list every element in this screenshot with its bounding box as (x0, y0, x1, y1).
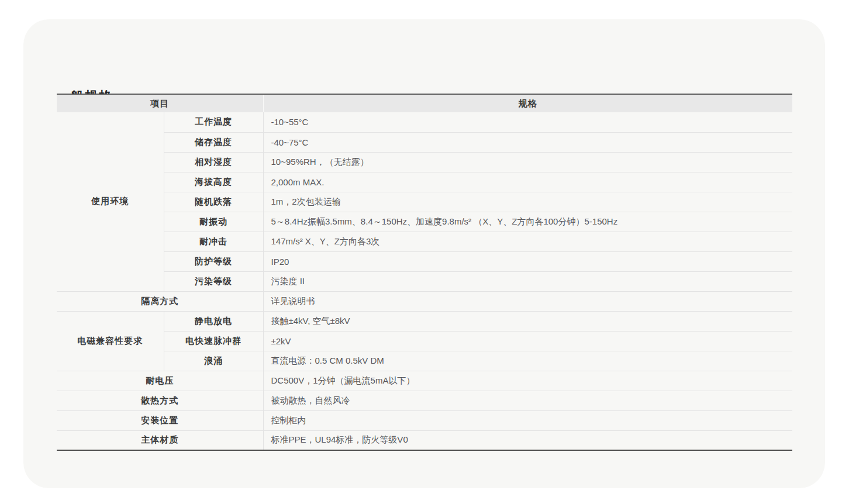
spec-value-cell: 5～8.4Hz振幅3.5mm、8.4～150Hz、加速度9.8m/s² （X、Y… (263, 212, 792, 232)
spec-value-cell: 污染度 II (263, 271, 792, 291)
spec-value-cell: 10~95%RH，（无结露） (263, 152, 792, 172)
spec-value-cell: 控制柜内 (263, 410, 792, 430)
spec-value-cell: 接触±4kV, 空气±8kV (263, 311, 792, 331)
item-label-cell: 电快速脉冲群 (164, 331, 263, 351)
spec-value-cell: 147m/s² X、Y、Z方向各3次 (263, 232, 792, 251)
item-label-cell: 隔离方式 (57, 291, 263, 311)
spec-value-cell: 被动散热，自然风冷 (263, 391, 792, 410)
spec-value-cell: -40~75°C (263, 132, 792, 152)
table-header: 项目 规格 (57, 94, 792, 112)
general-specs-table: 项目 规格 使用环境工作温度-10~55°C储存温度-40~75°C相对湿度10… (57, 94, 792, 451)
item-label-cell: 防护等级 (164, 251, 263, 271)
item-label-cell: 污染等级 (164, 271, 263, 291)
spec-value-cell: 2,000m MAX. (263, 172, 792, 192)
spec-value-cell: 1m，2次包装运输 (263, 192, 792, 212)
column-header-spec: 规格 (263, 94, 792, 112)
table-row: 浪涌直流电源：0.5 CM 0.5kV DM (57, 351, 792, 371)
table-row: 污染等级污染度 II (57, 271, 792, 291)
item-label-cell: 随机跌落 (164, 192, 263, 212)
column-header-item: 项目 (57, 94, 263, 112)
item-label-cell: 散热方式 (57, 391, 263, 410)
item-label-cell: 耐电压 (57, 371, 263, 391)
header-row: 项目 规格 (57, 94, 792, 112)
spec-value-cell: 详见说明书 (263, 291, 792, 311)
table-row: 防护等级IP20 (57, 251, 792, 271)
table-row: 海拔高度2,000m MAX. (57, 172, 792, 192)
item-label-cell: 相对湿度 (164, 152, 263, 172)
item-label-cell: 耐振动 (164, 212, 263, 232)
table-row: 安装位置控制柜内 (57, 410, 792, 430)
spec-value-cell: 直流电源：0.5 CM 0.5kV DM (263, 351, 792, 371)
item-label-cell: 主体材质 (57, 430, 263, 450)
spec-table-body: 使用环境工作温度-10~55°C储存温度-40~75°C相对湿度10~95%RH… (57, 112, 792, 450)
group-label-cell: 使用环境 (57, 112, 164, 291)
spec-value-cell: IP20 (263, 251, 792, 271)
table-row: 相对湿度10~95%RH，（无结露） (57, 152, 792, 172)
spec-value-cell: 标准PPE，UL94标准，防火等级V0 (263, 430, 792, 450)
table-row: 储存温度-40~75°C (57, 132, 792, 152)
table-row: 随机跌落1m，2次包装运输 (57, 192, 792, 212)
item-label-cell: 储存温度 (164, 132, 263, 152)
spec-card: 一般规格 项目 规格 使用环境工作温度-10~55°C储存温度-40~75°C相… (23, 19, 825, 488)
item-label-cell: 耐冲击 (164, 232, 263, 251)
spec-value-cell: DC500V，1分钟（漏电流5mA以下） (263, 371, 792, 391)
table-row: 电快速脉冲群±2kV (57, 331, 792, 351)
table-row: 耐冲击147m/s² X、Y、Z方向各3次 (57, 232, 792, 251)
group-label-cell: 电磁兼容性要求 (57, 311, 164, 371)
table-row: 主体材质标准PPE，UL94标准，防火等级V0 (57, 430, 792, 450)
spec-value-cell: ±2kV (263, 331, 792, 351)
item-label-cell: 浪涌 (164, 351, 263, 371)
table-row: 散热方式被动散热，自然风冷 (57, 391, 792, 410)
table-row: 使用环境工作温度-10~55°C (57, 112, 792, 132)
table-row: 电磁兼容性要求静电放电接触±4kV, 空气±8kV (57, 311, 792, 331)
table-row: 耐电压DC500V，1分钟（漏电流5mA以下） (57, 371, 792, 391)
item-label-cell: 安装位置 (57, 410, 263, 430)
table-row: 隔离方式详见说明书 (57, 291, 792, 311)
item-label-cell: 静电放电 (164, 311, 263, 331)
item-label-cell: 海拔高度 (164, 172, 263, 192)
spec-value-cell: -10~55°C (263, 112, 792, 132)
table-row: 耐振动5～8.4Hz振幅3.5mm、8.4～150Hz、加速度9.8m/s² （… (57, 212, 792, 232)
item-label-cell: 工作温度 (164, 112, 263, 132)
